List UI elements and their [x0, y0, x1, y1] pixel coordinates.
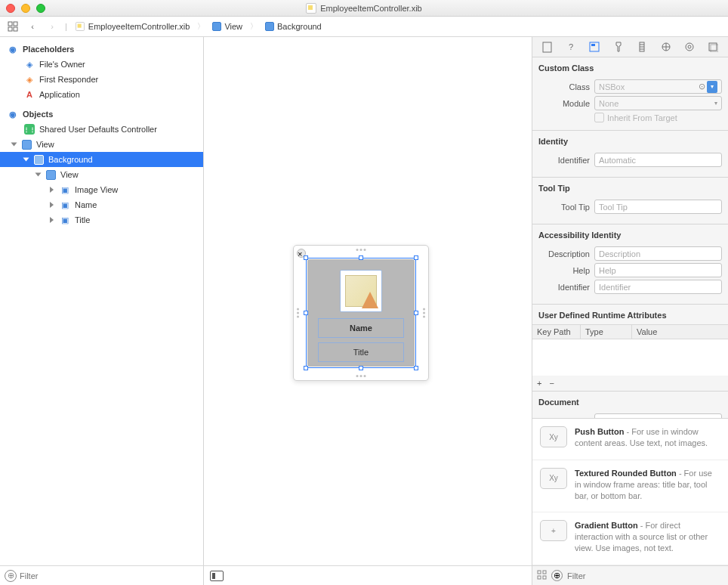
size-inspector-tab[interactable]: [634, 39, 650, 54]
ib-view-container[interactable]: × Name Title: [293, 245, 429, 381]
effects-inspector-tab[interactable]: [705, 39, 721, 54]
tooltip-input[interactable]: Tool Tip: [594, 200, 722, 214]
description-input[interactable]: Description: [594, 246, 722, 261]
connections-inspector-tab[interactable]: [658, 39, 674, 54]
title-item[interactable]: ▣ Title: [0, 212, 203, 228]
resize-handle[interactable]: [359, 255, 363, 260]
class-combobox[interactable]: NSBox ⊙▾: [594, 79, 722, 94]
disclosure-triangle-icon[interactable]: [35, 173, 42, 177]
identity-inspector-tab[interactable]: [586, 39, 603, 54]
file-inspector-tab[interactable]: [539, 39, 556, 54]
class-value: NSBox: [599, 82, 625, 91]
grid-view-icon[interactable]: [537, 570, 547, 581]
related-items-button[interactable]: [5, 19, 21, 34]
jump-background[interactable]: Background: [262, 20, 325, 32]
col-type[interactable]: Type: [581, 325, 632, 339]
files-owner-item[interactable]: ◈ File's Owner: [0, 57, 203, 72]
resize-handle[interactable]: [414, 255, 418, 260]
identifier-input[interactable]: Automatic: [594, 153, 722, 167]
cube-icon: ◉: [8, 44, 18, 54]
jump-bar: ‹ › | EmployeeItemController.xib 〉 View …: [0, 17, 728, 37]
svg-rect-5: [590, 42, 599, 51]
name-item[interactable]: ▣ Name: [0, 197, 203, 212]
disclosure-triangle-icon[interactable]: [23, 158, 29, 162]
background-item[interactable]: Background: [0, 152, 203, 167]
bindings-inspector-tab[interactable]: [681, 39, 698, 54]
attributes-inspector-tab[interactable]: [610, 39, 627, 54]
library-filter-bar: ⊕: [532, 565, 728, 585]
view-item[interactable]: View: [0, 137, 203, 152]
forward-button[interactable]: ›: [44, 19, 60, 34]
jump-view[interactable]: View: [209, 20, 245, 32]
library-filter-input[interactable]: [567, 571, 723, 580]
help-inspector-tab[interactable]: ?: [563, 39, 579, 54]
canvas-area[interactable]: × Name Title: [204, 37, 532, 565]
jump-file[interactable]: EmployeeItemController.xib: [72, 20, 193, 33]
first-responder-label: First Responder: [39, 75, 98, 84]
placeholders-label: Placeholders: [23, 45, 74, 54]
help-placeholder: Help: [599, 266, 616, 275]
resize-handle[interactable]: [304, 311, 308, 315]
grip-icon: [356, 375, 366, 377]
cube-orange-icon: ◈: [24, 74, 35, 85]
resize-handle[interactable]: [359, 366, 363, 370]
svg-rect-1: [14, 22, 17, 26]
udra-section: User Defined Runtime Attributes Key Path…: [532, 305, 728, 392]
help-label: Help: [538, 266, 590, 275]
resize-handle[interactable]: [304, 255, 308, 260]
resize-handle[interactable]: [414, 366, 418, 370]
module-combobox[interactable]: None ▾: [594, 96, 722, 110]
inspector-tabs: ?: [532, 37, 728, 57]
svg-rect-21: [538, 571, 541, 574]
disclosure-triangle-icon[interactable]: [50, 217, 54, 223]
toggle-outline-button[interactable]: [210, 571, 224, 581]
inherit-checkbox-input[interactable]: [594, 113, 604, 122]
col-value[interactable]: Value: [632, 325, 728, 339]
files-owner-label: File's Owner: [39, 60, 85, 69]
udra-table[interactable]: Key Path Type Value: [532, 324, 728, 376]
selection-box[interactable]: [306, 258, 416, 368]
col-keypath[interactable]: Key Path: [532, 325, 581, 339]
identity-header: Identity: [538, 135, 722, 150]
access-identifier-input[interactable]: Identifier: [594, 280, 722, 294]
add-attribute-button[interactable]: +: [537, 379, 541, 388]
objects-label: Objects: [23, 110, 53, 119]
application-item[interactable]: A Application: [0, 87, 203, 102]
library-item-icon: +: [540, 520, 567, 541]
inspector: ? Custom Class Class NSBox ⊙▾ Module: [532, 37, 728, 585]
library-item[interactable]: XyPush Button - For use in window conten…: [532, 419, 728, 460]
resize-handle[interactable]: [304, 366, 308, 370]
svg-rect-23: [538, 576, 541, 579]
udra-table-body[interactable]: [532, 339, 728, 376]
chevron-down-icon[interactable]: ▾: [707, 81, 717, 93]
disclosure-triangle-icon[interactable]: [50, 202, 54, 208]
remove-attribute-button[interactable]: −: [549, 379, 554, 388]
resize-handle[interactable]: [414, 311, 418, 315]
shared-defaults-label: Shared User Defaults Controller: [39, 125, 157, 134]
grip-icon: [356, 249, 366, 251]
chevron-down-icon[interactable]: ▾: [714, 100, 717, 107]
disclosure-triangle-icon[interactable]: [11, 143, 17, 147]
application-icon: A: [24, 89, 35, 100]
disclosure-triangle-icon[interactable]: [50, 187, 54, 193]
image-view-item[interactable]: ▣ Image View: [0, 182, 203, 197]
library-item-title: Textured Rounded Button: [575, 469, 677, 478]
inner-view-item[interactable]: View: [0, 167, 203, 182]
library-item[interactable]: XyTextured Rounded Button - For use in w…: [532, 460, 728, 513]
jump-view-label: View: [224, 22, 242, 31]
identifier-placeholder: Automatic: [599, 156, 636, 165]
filter-icon[interactable]: ⊕: [5, 570, 17, 582]
help-input[interactable]: Help: [594, 263, 722, 277]
canvas-footer: [204, 565, 532, 585]
name-label: Name: [75, 200, 97, 209]
clear-icon[interactable]: ⊙: [699, 82, 705, 91]
outline-filter-input[interactable]: [20, 571, 199, 580]
inherit-target-checkbox[interactable]: Inherit From Target: [538, 113, 722, 122]
udra-header: User Defined Runtime Attributes: [532, 309, 728, 324]
back-button[interactable]: ‹: [24, 19, 41, 34]
filter-icon[interactable]: ⊕: [551, 570, 563, 581]
first-responder-item[interactable]: ◈ First Responder: [0, 72, 203, 87]
library-item[interactable]: +Gradient Button - For direct interactio…: [532, 512, 728, 565]
shared-defaults-item[interactable]: ⋮⋮ Shared User Defaults Controller: [0, 122, 203, 137]
svg-point-13: [688, 45, 691, 48]
